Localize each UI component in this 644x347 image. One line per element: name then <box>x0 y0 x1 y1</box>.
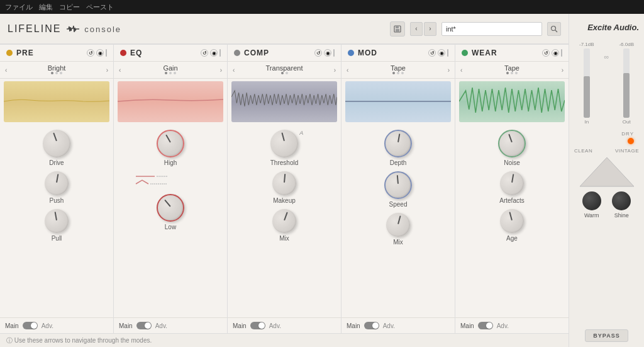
bypass-button[interactable]: BYPASS <box>585 329 628 342</box>
knob-group-depth: Depth <box>384 130 412 166</box>
knob-push-label: Push <box>50 197 64 204</box>
mode-pre-prev[interactable]: ‹ <box>5 67 7 74</box>
module-comp-header: COMP ↺ ◉ <box>228 45 341 62</box>
mode-wear-next[interactable]: › <box>562 67 564 74</box>
module-comp-controls: ↺ ◉ <box>314 49 335 57</box>
module-comp-toggle[interactable] <box>250 322 265 329</box>
knob-drive[interactable] <box>43 130 70 157</box>
module-mod-toggle[interactable] <box>364 322 379 329</box>
footer-adv-label: Adv. <box>42 322 53 329</box>
module-mod-mute[interactable]: ◉ <box>438 49 445 57</box>
knob-artefacts-label: Artefacts <box>499 197 524 204</box>
title-bar-item[interactable]: コピー <box>59 3 80 12</box>
nav-prev-button[interactable]: ‹ <box>410 22 423 36</box>
in-meter-track <box>584 48 590 118</box>
module-mod-bar <box>447 49 448 57</box>
dry-indicator[interactable] <box>628 138 634 144</box>
out-value: -6.0dB <box>619 42 634 47</box>
module-mod-header: MOD ↺ ◉ <box>341 45 455 62</box>
module-eq-waveform <box>118 81 223 122</box>
module-mod-undo[interactable]: ↺ <box>428 49 436 57</box>
module-pre-footer: Main Adv. <box>0 317 113 333</box>
knob-speed[interactable] <box>384 171 412 199</box>
module-wear-mute[interactable]: ◉ <box>552 49 559 57</box>
knob-comp-mix[interactable] <box>272 209 296 233</box>
knob-age[interactable] <box>500 209 524 233</box>
mode-eq-prev[interactable]: ‹ <box>119 67 121 74</box>
svg-rect-13 <box>459 81 565 122</box>
knob-group-drive: Drive <box>43 130 70 166</box>
warm-group: Warm <box>582 191 601 219</box>
knob-group-threshold: A Threshold <box>270 130 298 166</box>
module-comp-knobs: A Threshold Makeup Mix <box>228 125 341 317</box>
module-pre-knobs: Drive Push Pull <box>0 125 113 317</box>
module-eq-mode-name: Gain <box>163 64 177 72</box>
knob-low[interactable] <box>157 194 184 222</box>
knob-depth-label: Depth <box>390 159 407 166</box>
mode-dot <box>397 72 399 74</box>
blend-triangle <box>579 156 635 188</box>
module-pre-waveform <box>4 81 109 122</box>
module-pre-mute[interactable]: ◉ <box>96 49 104 57</box>
module-eq-toggle[interactable] <box>136 322 152 329</box>
svg-rect-6 <box>118 81 223 122</box>
shine-knob[interactable] <box>612 191 631 210</box>
warm-knob[interactable] <box>582 191 601 210</box>
svg-marker-14 <box>580 157 634 186</box>
knob-noise[interactable] <box>498 130 526 157</box>
out-meter-fill <box>623 73 630 118</box>
module-eq-bar <box>219 49 221 57</box>
module-pre: PRE ↺ ◉ ‹ Bright <box>0 45 114 333</box>
out-label: Out <box>623 119 631 125</box>
knob-mod-mix[interactable] <box>386 213 410 237</box>
title-bar-item[interactable]: ペースト <box>86 3 114 12</box>
footer-main-label: Main <box>5 322 19 329</box>
nav-next-button[interactable]: › <box>424 22 436 36</box>
module-eq-mute[interactable]: ◉ <box>210 49 218 57</box>
mode-mod-next[interactable]: › <box>448 67 450 74</box>
top-bar: LIFELINE console ‹ › <box>0 14 569 44</box>
mode-comp-prev[interactable]: ‹ <box>233 67 235 74</box>
knob-threshold[interactable] <box>270 130 298 157</box>
in-label: In <box>584 119 589 125</box>
preset-input[interactable] <box>441 22 542 36</box>
mode-eq-next[interactable]: › <box>220 67 222 74</box>
module-wear-dot <box>462 50 468 56</box>
mode-comp-next[interactable]: › <box>334 67 336 74</box>
knob-depth[interactable] <box>384 130 412 157</box>
save-button[interactable] <box>390 21 405 37</box>
module-comp-title: COMP <box>244 48 311 57</box>
knob-group-makeup: Makeup <box>272 171 296 204</box>
module-wear-mode-name: Tape <box>504 64 519 72</box>
out-meter-group: -6.0dB Out <box>619 42 634 125</box>
knob-comp-mix-label: Mix <box>279 235 289 242</box>
module-eq-undo[interactable]: ↺ <box>201 49 208 57</box>
mode-dot <box>60 72 62 74</box>
module-comp-undo[interactable]: ↺ <box>314 49 322 57</box>
title-bar-item[interactable]: ファイル <box>5 3 33 12</box>
module-comp-mute[interactable]: ◉ <box>324 49 331 57</box>
module-mod-title: MOD <box>358 48 425 57</box>
knob-makeup[interactable] <box>272 171 296 195</box>
module-mod-footer: Main Adv. <box>341 317 455 333</box>
knob-high[interactable] <box>157 130 184 157</box>
module-wear-toggle[interactable] <box>478 322 493 329</box>
title-bar-item[interactable]: 編集 <box>39 3 53 12</box>
mode-mod-prev[interactable]: ‹ <box>347 67 348 74</box>
svg-rect-1 <box>396 29 399 32</box>
search-button[interactable] <box>547 22 561 36</box>
vintage-label: VINTAGE <box>615 148 639 154</box>
mode-wear-prev[interactable]: ‹ <box>460 67 462 74</box>
module-wear-bar <box>561 49 562 57</box>
knob-pull[interactable] <box>45 209 69 233</box>
mode-dot <box>515 72 518 74</box>
module-pre-undo[interactable]: ↺ <box>87 49 94 57</box>
mode-pre-next[interactable]: › <box>106 67 108 74</box>
knob-push[interactable] <box>45 171 69 195</box>
knob-artefacts[interactable] <box>500 171 524 195</box>
footer-adv-label: Adv. <box>383 322 395 329</box>
module-wear-undo[interactable]: ↺ <box>542 49 550 57</box>
module-wear: WEAR ↺ ◉ ‹ Tape <box>455 45 569 333</box>
in-meter-group: -7.1dB In <box>579 42 594 125</box>
module-pre-toggle[interactable] <box>23 322 38 329</box>
